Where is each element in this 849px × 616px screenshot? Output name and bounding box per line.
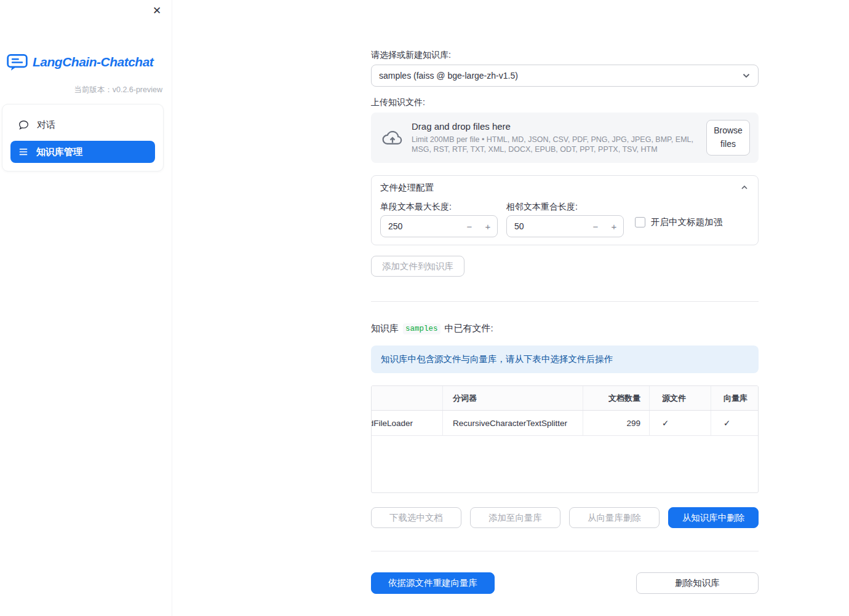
close-icon: ✕	[153, 5, 161, 17]
cloud-upload-icon	[381, 129, 404, 146]
kb-files-suffix: 中已有文件:	[445, 323, 493, 334]
logo-icon	[6, 53, 28, 71]
checkbox-box[interactable]	[635, 217, 645, 227]
sidebar: ✕ LangChain-Chatchat 当前版本：v0.2.6-preview…	[0, 0, 172, 616]
file-actions: 下载选中文档 添加至向量库 从向量库删除 从知识库中删除	[371, 507, 759, 528]
max-length-input[interactable]: 250 − +	[380, 215, 498, 237]
kb-files-heading: 知识库 samples 中已有文件:	[371, 323, 493, 334]
col-doc-count: 文档数量	[583, 386, 650, 410]
step-down-button[interactable]: −	[586, 216, 605, 237]
files-table[interactable]: 文档加载器 分词器 文档数量 源文件 向量库 UnstructuredFileL…	[371, 385, 759, 493]
sidebar-close-button[interactable]: ✕	[150, 4, 164, 18]
overlap-length-value: 50	[507, 216, 586, 237]
table-row[interactable]: UnstructuredFileLoader RecursiveCharacte…	[372, 411, 759, 436]
max-length-value: 250	[381, 216, 460, 237]
cell-splitter: RecursiveCharacterTextSplitter	[443, 411, 583, 435]
step-up-button[interactable]: +	[479, 216, 497, 237]
logo: LangChain-Chatchat	[6, 53, 153, 71]
kb-files-prefix: 知识库	[371, 323, 399, 334]
divider	[371, 551, 759, 551]
col-vector-store: 向量库	[711, 386, 759, 410]
sidebar-item-label: 对话	[37, 119, 55, 131]
kb-select-label: 请选择或新建知识库:	[371, 50, 451, 61]
delete-from-vector-button[interactable]: 从向量库删除	[569, 507, 660, 528]
cell-doc-count: 299	[583, 411, 650, 435]
step-down-button[interactable]: −	[460, 216, 479, 237]
checkbox-label: 开启中文标题加强	[651, 216, 722, 228]
max-length-label: 单段文本最大长度:	[380, 202, 452, 213]
kb-manage-icon	[18, 147, 28, 157]
divider	[371, 301, 759, 302]
sidebar-item-kb-manage[interactable]: 知识库管理	[10, 141, 155, 163]
chat-icon	[18, 120, 29, 130]
sidebar-menu: 对话 知识库管理	[2, 104, 164, 172]
delete-from-kb-button[interactable]: 从知识库中删除	[668, 507, 759, 528]
logo-text: LangChain-Chatchat	[33, 55, 153, 69]
upload-label: 上传知识文件:	[371, 97, 425, 108]
config-expander-title: 文件处理配置	[380, 182, 434, 194]
delete-kb-button[interactable]: 删除知识库	[636, 572, 759, 594]
file-uploader-dropzone[interactable]: Drag and drop files here Limit 200MB per…	[371, 113, 759, 163]
kb-name-code: samples	[403, 323, 440, 334]
col-doc-loader: 文档加载器	[372, 386, 443, 410]
info-banner-text: 知识库中包含源文件与向量库，请从下表中选择文件后操作	[381, 353, 613, 365]
cell-doc-loader: UnstructuredFileLoader	[372, 411, 443, 435]
browse-files-button[interactable]: Browse files	[706, 120, 750, 155]
chevron-down-icon	[741, 70, 752, 81]
zh-title-enhance-checkbox[interactable]: 开启中文标题加强	[635, 216, 722, 228]
overlap-length-label: 相邻文本重合长度:	[506, 202, 578, 213]
uploader-title: Drag and drop files here	[412, 121, 700, 132]
overlap-length-input[interactable]: 50 − +	[506, 215, 624, 237]
step-up-button[interactable]: +	[605, 216, 623, 237]
add-files-button[interactable]: 添加文件到知识库	[371, 256, 464, 277]
config-expander: 文件处理配置 单段文本最大长度: 相邻文本重合长度: 250 − + 50 − …	[371, 175, 759, 245]
sidebar-item-label: 知识库管理	[36, 146, 82, 158]
download-selected-button[interactable]: 下载选中文档	[371, 507, 461, 528]
kb-selectbox-value: samples (faiss @ bge-large-zh-v1.5)	[379, 71, 741, 81]
info-banner: 知识库中包含源文件与向量库，请从下表中选择文件后操作	[371, 346, 759, 373]
kb-selectbox[interactable]: samples (faiss @ bge-large-zh-v1.5)	[371, 65, 759, 87]
add-to-vector-button[interactable]: 添加至向量库	[470, 507, 560, 528]
chevron-up-icon	[739, 183, 749, 192]
sidebar-item-chat[interactable]: 对话	[10, 114, 155, 136]
version-text: 当前版本：v0.2.6-preview	[74, 85, 162, 95]
col-source-file: 源文件	[650, 386, 711, 410]
col-splitter: 分词器	[443, 386, 583, 410]
table-header-row: 文档加载器 分词器 文档数量 源文件 向量库	[372, 386, 759, 411]
uploader-text: Drag and drop files here Limit 200MB per…	[412, 121, 706, 155]
rebuild-vector-button[interactable]: 依据源文件重建向量库	[371, 572, 495, 594]
cell-vector-store-check: ✓	[711, 411, 759, 435]
cell-source-file-check: ✓	[650, 411, 711, 435]
uploader-limit-text: Limit 200MB per file • HTML, MD, JSON, C…	[412, 135, 700, 155]
config-expander-header[interactable]: 文件处理配置	[372, 176, 758, 199]
kb-actions: 依据源文件重建向量库 删除知识库	[371, 572, 759, 594]
app-root: ✕ LangChain-Chatchat 当前版本：v0.2.6-preview…	[0, 0, 849, 616]
